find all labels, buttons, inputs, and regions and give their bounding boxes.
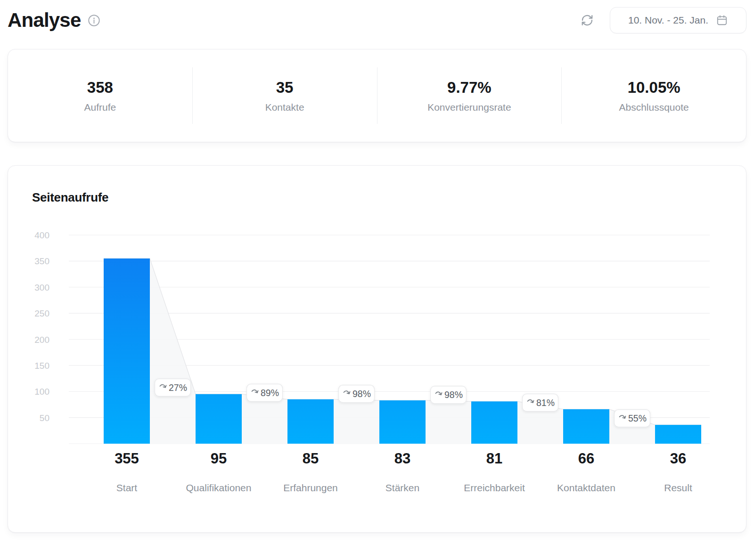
drop-percent-label: 81% <box>536 398 555 408</box>
refresh-icon <box>580 13 595 28</box>
stat-aufrufe: 358 Aufrufe <box>8 79 192 113</box>
date-range-button[interactable]: 10. Nov. - 25. Jan. <box>610 7 746 33</box>
bar-result <box>655 425 701 444</box>
bar-value-label: 81 <box>486 450 502 467</box>
header: Analyse 10. Nov. - 25. <box>8 7 746 34</box>
stat-label: Konvertierungsrate <box>377 102 562 113</box>
drop-badge: 89% <box>247 384 283 401</box>
bar-value-label: 83 <box>394 450 410 467</box>
stat-abschlussquote: 10.05% Abschlussquote <box>562 79 746 113</box>
bar-value-label: 355 <box>115 450 139 467</box>
stat-value: 10.05% <box>562 79 746 97</box>
chart-title: Seitenaufrufe <box>32 190 108 205</box>
stat-label: Kontakte <box>193 102 377 113</box>
bar-value-label: 95 <box>211 450 227 467</box>
funnel-chart: 5010015020025030035040027%89%98%98%81%55… <box>8 221 746 532</box>
drop-percent-label: 98% <box>444 390 463 400</box>
bar-category-label: Start <box>116 482 138 493</box>
bar-category-label: Erreichbarkeit <box>464 482 525 493</box>
y-tick-label: 150 <box>34 361 49 371</box>
bar-erfahrungen <box>287 399 334 444</box>
bar-category-label: Kontaktdaten <box>557 482 615 493</box>
drop-percent-label: 55% <box>628 413 647 423</box>
bar-kontaktdaten <box>563 409 609 444</box>
drop-badge: 55% <box>615 410 650 427</box>
stat-label: Aufrufe <box>8 102 192 113</box>
bar-value-label: 85 <box>303 450 319 467</box>
stat-label: Abschlussquote <box>562 102 746 113</box>
drop-badge: 27% <box>155 379 191 396</box>
bar-erreichbarkeit <box>471 401 517 444</box>
bar-qualifikationen <box>196 394 242 444</box>
bar-stärken <box>379 400 426 444</box>
bar-category-label: Result <box>664 482 692 493</box>
drop-badge: 81% <box>523 394 558 411</box>
bar-category-label: Qualifikationen <box>186 482 252 493</box>
y-tick-label: 50 <box>40 413 49 423</box>
bar-value-label: 36 <box>670 450 686 467</box>
bar-value-label: 66 <box>578 450 594 467</box>
drop-badge: 98% <box>431 386 467 404</box>
stats-card: 358 Aufrufe 35 Kontakte 9.77% Konvertier… <box>8 49 746 142</box>
y-tick-label: 350 <box>34 256 49 266</box>
page-title: Analyse <box>8 10 81 30</box>
y-tick-label: 400 <box>34 230 49 240</box>
stat-value: 358 <box>8 79 192 97</box>
info-icon <box>88 14 100 27</box>
stat-konvertierungsrate: 9.77% Konvertierungsrate <box>377 79 562 113</box>
drop-percent-label: 98% <box>352 389 371 399</box>
stat-value: 9.77% <box>377 79 562 97</box>
chart-card: Seitenaufrufe 5010015020025030035040027%… <box>8 165 746 533</box>
y-tick-label: 300 <box>34 283 49 292</box>
bar-category-label: Stärken <box>385 482 419 493</box>
date-range-label: 10. Nov. - 25. Jan. <box>628 15 708 26</box>
calendar-icon <box>716 14 728 26</box>
stat-value: 35 <box>193 79 377 97</box>
refresh-button[interactable] <box>579 12 596 29</box>
drop-percent-label: 89% <box>261 388 279 398</box>
drop-badge: 98% <box>339 385 375 403</box>
y-tick-label: 100 <box>34 387 49 397</box>
stat-kontakte: 35 Kontakte <box>193 79 377 113</box>
bar-start <box>104 259 150 444</box>
bar-category-label: Erfahrungen <box>283 482 338 493</box>
analytics-page: Analyse 10. Nov. - 25. <box>0 0 754 560</box>
drop-percent-label: 27% <box>169 382 187 393</box>
y-tick-label: 250 <box>34 308 49 318</box>
y-tick-label: 200 <box>34 335 49 345</box>
info-button[interactable] <box>88 14 100 27</box>
